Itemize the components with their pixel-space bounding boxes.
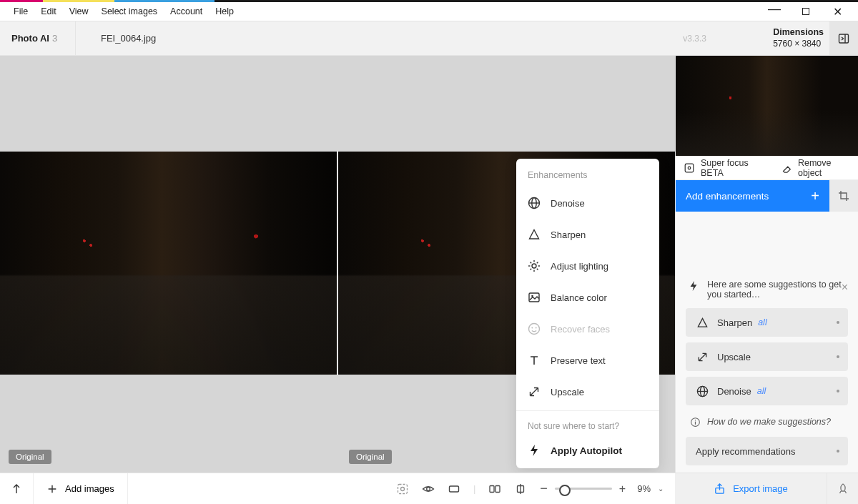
app-version: v3.3.3 bbox=[683, 34, 706, 44]
eraser-icon bbox=[780, 162, 793, 174]
original-badge-right: Original bbox=[349, 450, 392, 464]
zoom-dropdown-icon[interactable]: ⌄ bbox=[658, 485, 664, 493]
enhancement-recover-faces: Recover faces bbox=[516, 313, 659, 345]
menu-select-images[interactable]: Select images bbox=[95, 6, 164, 16]
compare-view-icon[interactable] bbox=[514, 483, 527, 495]
suggestion-upscale[interactable]: Upscale bbox=[686, 342, 848, 371]
add-enhancements-button[interactable]: Add enhancements + bbox=[676, 180, 829, 212]
text-icon bbox=[528, 354, 541, 367]
preview-left[interactable] bbox=[0, 152, 337, 375]
split-view-icon[interactable] bbox=[488, 483, 501, 495]
menu-account[interactable]: Account bbox=[164, 6, 209, 16]
menu-edit[interactable]: Edit bbox=[34, 6, 63, 16]
image-count: 3 bbox=[52, 33, 57, 44]
triangle-icon bbox=[528, 228, 541, 241]
suggestions-panel: Here are some suggestions to get you sta… bbox=[676, 270, 858, 473]
expand-icon bbox=[528, 385, 541, 398]
globe-icon bbox=[696, 385, 709, 397]
enhancements-hint: Not sure where to start? bbox=[516, 410, 659, 437]
expand-icon bbox=[696, 350, 709, 363]
original-badge-left: Original bbox=[9, 450, 51, 464]
menu-file[interactable]: File bbox=[7, 6, 34, 16]
remove-object-button[interactable]: Remove object bbox=[773, 156, 858, 179]
apply-autopilot-button[interactable]: Apply Autopilot bbox=[516, 437, 659, 465]
info-icon bbox=[689, 415, 701, 428]
zoom-value: 9% bbox=[637, 483, 651, 494]
right-panel: Super focus BETA Remove object Add enhan… bbox=[675, 56, 858, 473]
preview-icon[interactable] bbox=[422, 483, 435, 495]
toggle-panel-button[interactable] bbox=[829, 21, 858, 55]
enhancement-denoise[interactable]: Denoise bbox=[516, 187, 659, 219]
zoom-out-button[interactable]: − bbox=[540, 481, 548, 496]
globe-icon bbox=[528, 197, 541, 209]
footer-bar: Add images | − + 9% ⌄ Export image bbox=[0, 473, 858, 504]
super-focus-button[interactable]: Super focus BETA bbox=[676, 156, 773, 179]
image-icon bbox=[528, 291, 541, 304]
export-options-button[interactable] bbox=[827, 473, 858, 504]
suggestion-sharpen[interactable]: Sharpenall bbox=[686, 308, 848, 337]
enhancement-sharpen[interactable]: Sharpen bbox=[516, 219, 659, 250]
face-icon bbox=[528, 322, 541, 335]
single-view-icon[interactable] bbox=[448, 483, 460, 495]
zoom-in-button[interactable]: + bbox=[619, 483, 626, 495]
menu-help[interactable]: Help bbox=[209, 6, 240, 16]
enhancement-upscale[interactable]: Upscale bbox=[516, 376, 659, 407]
current-filename: FEI_0064.jpg bbox=[75, 21, 204, 55]
brightness-icon bbox=[528, 260, 541, 272]
add-images-button[interactable]: Add images bbox=[34, 473, 128, 504]
upload-button[interactable] bbox=[0, 473, 34, 504]
enhancement-balance-color[interactable]: Balance color bbox=[516, 282, 659, 313]
image-dimensions: Dimensions 5760 × 3840 bbox=[773, 27, 824, 49]
menu-view[interactable]: View bbox=[63, 6, 95, 16]
bolt-icon bbox=[687, 280, 700, 292]
window-close-button[interactable]: ✕ bbox=[828, 5, 847, 19]
triangle-icon bbox=[696, 316, 709, 329]
plus-icon: + bbox=[811, 188, 819, 204]
close-suggestions-button[interactable]: × bbox=[842, 281, 848, 294]
window-minimize-button[interactable]: — bbox=[765, 1, 784, 16]
info-bar: Photo AI3 FEI_0064.jpg v3.3.3 Dimensions… bbox=[0, 21, 858, 56]
enhancements-heading: Enhancements bbox=[516, 164, 659, 187]
export-image-button[interactable]: Export image bbox=[675, 473, 827, 504]
app-name: Photo AI3 bbox=[0, 33, 75, 44]
focus-icon bbox=[683, 162, 696, 174]
suggestion-denoise[interactable]: Denoiseall bbox=[686, 377, 848, 405]
zoom-slider[interactable] bbox=[555, 488, 612, 490]
menubar: File Edit View Select images Account Hel… bbox=[0, 2, 858, 21]
apply-recommendations-button[interactable]: Apply recommendations bbox=[686, 437, 848, 465]
enhancements-menu: Enhancements DenoiseSharpenAdjust lighti… bbox=[516, 159, 659, 468]
navigator-thumbnail[interactable] bbox=[676, 56, 858, 156]
enhancement-preserve-text[interactable]: Preserve text bbox=[516, 345, 659, 376]
enhancement-adjust-lighting[interactable]: Adjust lighting bbox=[516, 250, 659, 282]
suggestions-help-link[interactable]: How do we make suggestions? bbox=[686, 411, 848, 437]
crop-button[interactable] bbox=[829, 180, 858, 212]
canvas-area[interactable]: Original Original Enhancements DenoiseSh… bbox=[0, 56, 675, 473]
quick-actions-bar: Super focus BETA Remove object bbox=[676, 156, 858, 180]
zoom-control[interactable]: − + 9% ⌄ bbox=[540, 481, 664, 496]
suggestions-heading: Here are some suggestions to get you sta… bbox=[707, 280, 847, 300]
scan-icon[interactable] bbox=[396, 483, 409, 495]
bolt-icon bbox=[528, 444, 541, 457]
window-maximize-button[interactable] bbox=[797, 6, 815, 17]
